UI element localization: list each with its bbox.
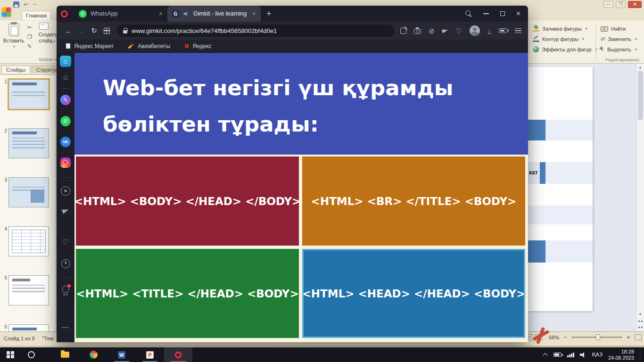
sidebar-flow-button[interactable] — [57, 208, 74, 213]
reload-button[interactable]: ↻ — [88, 26, 100, 35]
slide-thumbnail-row-5[interactable]: 5 — [2, 275, 56, 305]
find-button[interactable]: Найти — [601, 25, 636, 32]
close-tab-icon[interactable]: × — [252, 10, 256, 17]
sidebar-start-page-button[interactable]: ⌂ — [57, 56, 74, 67]
sidebar-player-button[interactable]: ▶ — [57, 186, 74, 196]
sidebar-history-button[interactable] — [57, 259, 74, 268]
browser-menu-icon[interactable] — [515, 28, 521, 33]
battery-icon[interactable] — [553, 353, 561, 357]
office-logo[interactable] — [1, 7, 11, 17]
slide-thumbnail-row-3[interactable]: 3 — [2, 177, 56, 207]
downloads-icon[interactable]: ↓ — [487, 28, 492, 34]
battery-saver-icon[interactable] — [499, 28, 507, 33]
panel-tab-outline[interactable]: Структура — [32, 66, 57, 73]
new-slide-button[interactable]: Создать слайд▾ — [39, 22, 57, 44]
bookmark-yandex-market[interactable]: Яндекс Маркет — [66, 43, 114, 49]
sidebar-instagram-button[interactable] — [57, 157, 74, 168]
snapshot-camera-icon[interactable] — [414, 29, 421, 34]
slide-thumbnail[interactable] — [8, 324, 49, 331]
ribbon-tab-home[interactable]: Главная — [22, 11, 51, 20]
slide-thumbnail[interactable] — [8, 128, 49, 158]
replace-button[interactable]: ⇄Заменить▾ — [601, 35, 636, 42]
url-field[interactable]: www.gimkit.com/practice/64e74ffbb4565800… — [117, 25, 395, 37]
copy-icon[interactable]: ❐ — [27, 34, 32, 40]
answer-option-2[interactable]: <HTML> <BR> </TITLE> <BODY> — [302, 156, 525, 246]
shape-outline-button[interactable]: Контур фигуры▾ — [533, 35, 597, 42]
scroll-up-icon[interactable]: ▲ — [639, 64, 642, 70]
sidebar-bookmarks-button[interactable]: ☆ — [57, 74, 74, 82]
search-icon[interactable] — [465, 10, 472, 17]
sidebar-news-button[interactable]: ♡ — [57, 238, 74, 247]
volume-icon[interactable] — [580, 352, 586, 358]
save-icon[interactable] — [13, 1, 19, 8]
adblock-shield-icon[interactable]: ⊘ — [429, 27, 435, 34]
slide-thumbnail[interactable] — [8, 226, 49, 256]
profile-avatar[interactable] — [470, 25, 480, 36]
tab-gimkit[interactable]: G Gimkit - live learning ga × — [167, 6, 261, 22]
sidebar-messenger-button[interactable]: ϟ — [57, 95, 74, 105]
url-text[interactable]: www.gimkit.com/practice/64e74ffbb4565800… — [132, 27, 277, 34]
network-icon[interactable] — [567, 353, 574, 357]
send-to-flow-icon[interactable] — [442, 28, 448, 33]
answer-option-4[interactable]: <HTML> <HEAD> </HEAD> <BODY> — [302, 249, 525, 338]
slide-thumbnail-row-1[interactable]: 1 — [2, 79, 56, 109]
panel-tab-slides[interactable]: Слайды — [1, 66, 30, 73]
back-button[interactable]: ← — [62, 27, 75, 35]
slide-thumbnail[interactable] — [8, 177, 49, 207]
shape-fill-button[interactable]: Заливка фигуры▾ — [533, 25, 597, 32]
bookmark-aviabilety[interactable]: Авиабилеты — [128, 43, 170, 49]
taskbar-powerpoint[interactable]: P — [136, 347, 164, 362]
slide-thumbnail[interactable] — [8, 79, 49, 109]
sidebar-vk-button[interactable]: VK — [57, 137, 74, 147]
close-icon[interactable]: × — [516, 10, 520, 17]
opera-logo-icon[interactable] — [61, 10, 68, 17]
taskbar-chrome[interactable] — [79, 347, 107, 362]
cut-icon[interactable]: ✂ — [27, 25, 32, 31]
paste-button[interactable]: Вставить▾ — [3, 22, 25, 49]
select-button[interactable]: Выделить▾ — [601, 46, 636, 53]
ppt-minimize-button[interactable]: — — [603, 1, 613, 8]
lock-icon[interactable] — [123, 30, 127, 33]
ppt-scrollbar[interactable]: ▲ ▼ ▲▲ ▼▼ — [636, 64, 644, 331]
tray-clock[interactable]: 18:28 24.08.2023 — [608, 349, 634, 361]
ppt-close-button[interactable]: ✕ — [628, 1, 642, 8]
taskbar-word[interactable]: W — [107, 347, 136, 362]
zoom-out-button[interactable]: − — [562, 334, 568, 341]
tab-tiles-button[interactable] — [100, 28, 113, 34]
start-button[interactable] — [0, 347, 21, 362]
sidebar-easy-setup-button[interactable] — [57, 286, 74, 295]
format-painter-icon[interactable]: ✎ — [27, 43, 32, 49]
minimize-icon[interactable] — [483, 13, 489, 14]
shape-effects-button[interactable]: Эффекты для фигур▾ — [533, 46, 597, 53]
next-slide-button[interactable]: ▼▼ — [637, 326, 643, 329]
tab-audio-icon[interactable] — [184, 12, 189, 16]
edit-page-icon[interactable] — [400, 28, 406, 34]
show-desktop-button[interactable] — [640, 347, 643, 362]
new-tab-button[interactable]: + — [266, 9, 272, 18]
slide-thumbnail-row-6[interactable]: 6 — [2, 324, 56, 331]
redo-icon[interactable]: ↪ — [32, 1, 36, 8]
tab-whatsapp[interactable]: ✆ WhatsApp × — [74, 6, 167, 22]
taskbar-file-explorer[interactable] — [51, 347, 79, 362]
slide-thumbnail[interactable] — [8, 275, 49, 305]
scroll-down-icon[interactable]: ▼ — [639, 313, 642, 316]
slide-thumbnail-row-4[interactable]: 4 — [2, 226, 56, 256]
scrollbar-thumb[interactable] — [638, 71, 643, 120]
taskbar-opera[interactable] — [164, 347, 192, 362]
sidebar-more-button[interactable]: ••• — [57, 325, 74, 330]
hidden-icons-chevron[interactable] — [543, 353, 548, 358]
forward-button[interactable]: → — [75, 27, 88, 35]
slide-thumbnail-row-2[interactable]: 2 — [2, 128, 56, 158]
sidebar-whatsapp-button[interactable]: ✆ — [57, 116, 74, 126]
fit-to-window-button[interactable] — [635, 334, 642, 340]
bookmark-yandex[interactable]: Я Яндекс — [184, 42, 212, 50]
close-tab-icon[interactable]: × — [159, 10, 163, 17]
answer-option-1[interactable]: <HTML> <BODY> </HEAD> </BODY> — [76, 156, 299, 246]
cortana-button[interactable] — [21, 347, 41, 362]
maximize-icon[interactable] — [500, 11, 505, 16]
previous-slide-button[interactable]: ▲▲ — [637, 319, 643, 322]
undo-icon[interactable]: ↩ — [24, 1, 28, 8]
answer-option-3[interactable]: <HTML> <TITLE> </HEAD> <BODY> — [76, 249, 299, 338]
language-indicator[interactable]: ҚАЗ — [592, 352, 603, 358]
bookmark-heart-icon[interactable]: ♡ — [455, 27, 462, 34]
